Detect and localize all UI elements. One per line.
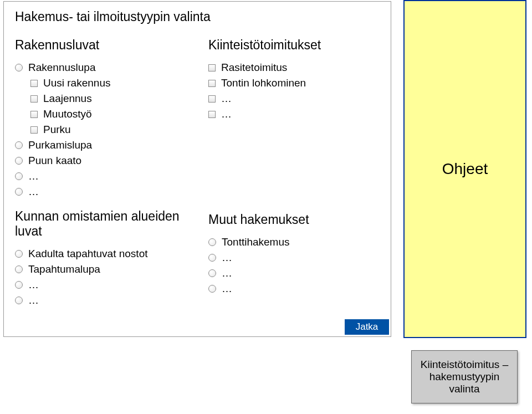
checkbox-icon <box>208 64 216 71</box>
checkbox-icon <box>30 80 38 87</box>
option-label: Muutostyö <box>43 108 92 120</box>
radio-icon <box>208 285 216 293</box>
option-rasitetoimitus[interactable]: Rasitetoimitus <box>208 62 380 74</box>
option-laajennus[interactable]: Laajennus <box>30 93 186 105</box>
jatka-button[interactable]: Jatka <box>345 319 389 335</box>
jatka-label: Jatka <box>356 321 378 333</box>
option-label: … <box>28 294 39 306</box>
option-ellipsis[interactable]: … <box>15 186 186 198</box>
checkbox-icon <box>208 111 216 118</box>
left-column: Rakennusluvat Rakennuslupa Uusi rakennus… <box>15 38 186 310</box>
checkbox-icon <box>30 111 38 118</box>
radio-icon <box>15 281 23 289</box>
option-ellipsis[interactable]: … <box>208 108 380 120</box>
section-muut-title: Muut hakemukset <box>208 212 380 227</box>
option-ellipsis[interactable]: … <box>15 294 186 306</box>
option-label: Tontin lohkominen <box>221 77 306 89</box>
ohjeet-label: Ohjeet <box>442 160 488 178</box>
option-label: Uusi rakennus <box>43 77 110 89</box>
option-label: Tapahtumalupa <box>28 263 100 275</box>
checkbox-icon <box>30 95 38 103</box>
option-tontin-lohkominen[interactable]: Tontin lohkominen <box>208 77 380 89</box>
option-label: Laajennus <box>43 93 92 105</box>
option-label: Purku <box>43 124 71 136</box>
option-ellipsis[interactable]: … <box>208 93 380 105</box>
option-tonttihakemus[interactable]: Tonttihakemus <box>208 236 380 248</box>
option-ellipsis[interactable]: … <box>15 170 186 182</box>
option-label: Rasitetoimitus <box>221 62 287 74</box>
main-panel: Hakemus- tai ilmoitustyypin valinta Rake… <box>3 1 391 337</box>
radio-icon <box>15 172 23 180</box>
checkbox-icon <box>208 95 216 103</box>
columns: Rakennusluvat Rakennuslupa Uusi rakennus… <box>15 38 380 310</box>
option-ellipsis[interactable]: … <box>15 279 186 291</box>
ohjeet-panel: Ohjeet <box>403 0 526 338</box>
option-label: … <box>28 186 39 198</box>
radio-icon <box>208 254 216 262</box>
option-label: Puun kaato <box>28 155 81 167</box>
option-rakennuslupa[interactable]: Rakennuslupa <box>15 62 186 74</box>
radio-icon <box>15 297 23 304</box>
checkbox-icon <box>30 126 38 134</box>
section-kunnan-title: Kunnan omistamien alueiden luvat <box>15 209 186 239</box>
option-label: Tonttihakemus <box>222 236 290 248</box>
section-rakennusluvat-title: Rakennusluvat <box>15 38 186 53</box>
radio-icon <box>15 265 23 273</box>
option-ellipsis[interactable]: … <box>208 283 380 295</box>
radio-icon <box>15 250 23 258</box>
option-ellipsis[interactable]: … <box>208 252 380 264</box>
option-label: … <box>221 108 232 120</box>
option-label: … <box>222 283 232 295</box>
option-label: … <box>221 93 232 105</box>
option-label: Rakennuslupa <box>28 62 95 74</box>
option-uusi-rakennus[interactable]: Uusi rakennus <box>30 77 186 89</box>
radio-icon <box>15 64 23 71</box>
radio-icon <box>15 188 23 196</box>
checkbox-icon <box>208 80 216 87</box>
radio-icon <box>15 157 23 165</box>
page-title: Hakemus- tai ilmoitustyypin valinta <box>15 9 380 24</box>
option-label: … <box>222 252 232 264</box>
radio-icon <box>15 141 23 149</box>
radio-icon <box>208 238 216 246</box>
option-kadulta[interactable]: Kadulta tapahtuvat nostot <box>15 248 186 260</box>
footer-label: Kiinteistötoimitus – hakemustyypin valin… <box>416 359 513 395</box>
right-column: Kiinteistötoimitukset Rasitetoimitus Ton… <box>208 38 380 310</box>
option-purkamislupa[interactable]: Purkamislupa <box>15 139 186 151</box>
option-label: Kadulta tapahtuvat nostot <box>28 248 148 260</box>
option-ellipsis[interactable]: … <box>208 267 380 279</box>
option-label: … <box>28 170 39 182</box>
option-tapahtumalupa[interactable]: Tapahtumalupa <box>15 263 186 275</box>
option-muutostyo[interactable]: Muutostyö <box>30 108 186 120</box>
radio-icon <box>208 269 216 277</box>
footer-box: Kiinteistötoimitus – hakemustyypin valin… <box>411 350 518 403</box>
option-label: … <box>28 279 39 291</box>
option-label: … <box>222 267 232 279</box>
option-puun-kaato[interactable]: Puun kaato <box>15 155 186 167</box>
option-purku[interactable]: Purku <box>30 124 186 136</box>
option-label: Purkamislupa <box>28 139 92 151</box>
section-kiinteisto-title: Kiinteistötoimitukset <box>208 38 380 53</box>
